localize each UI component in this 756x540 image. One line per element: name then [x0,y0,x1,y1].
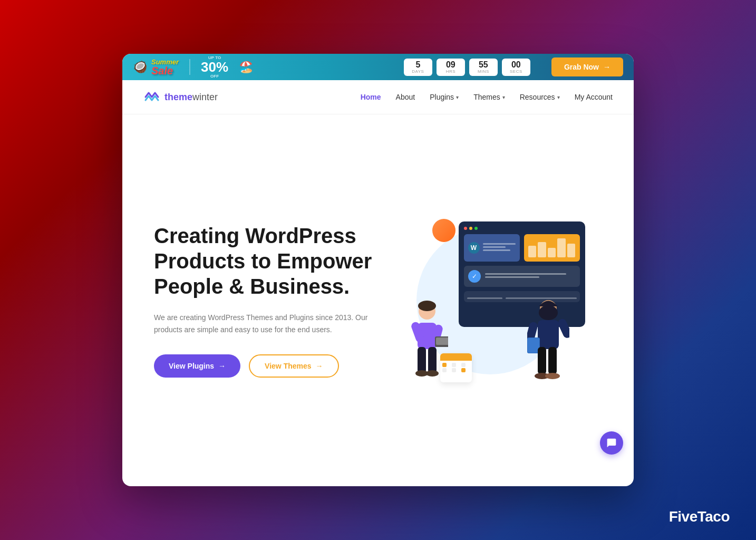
view-plugins-button[interactable]: View Plugins → [154,354,240,378]
chart-bars [528,238,576,257]
nav-links: Home About Plugins ▾ Themes ▾ Resources … [361,93,613,101]
banner-divider [189,59,190,75]
svg-rect-18 [538,347,546,374]
view-themes-button[interactable]: View Themes → [249,354,338,378]
cal-dot-5 [452,368,456,372]
chart-bar-5 [567,244,576,257]
logo-text: themewinter [164,92,218,103]
secs-label: SECS [507,69,525,74]
chat-support-button[interactable] [600,431,623,455]
wp-card: W [464,234,520,262]
main-content: Creating WordPress Products to Empower P… [122,114,634,486]
wp-logo-icon: W [468,242,480,254]
discount-badge: UP TO 30% OFF [201,55,228,79]
themes-chevron-icon: ▾ [502,94,505,100]
screen-row-top: W [464,234,580,262]
person-left-illustration [406,301,448,385]
check-card: ✓ [464,266,580,287]
nav-about[interactable]: About [396,93,415,101]
cal-dot-3 [461,363,466,367]
orange-ball-decoration [432,219,455,242]
nav-resources[interactable]: Resources ▾ [520,93,560,101]
resources-chevron-icon: ▾ [557,94,560,100]
svg-rect-13 [538,320,559,349]
mins-label: MINS [474,69,492,74]
sale-banner: 🥥 Summer Sale UP TO 30% OFF 🏖️ 5 DAYS 09… [122,54,634,80]
secs-number: 00 [507,61,525,69]
svg-rect-7 [418,347,426,373]
svg-point-21 [545,373,560,379]
logo-icon [143,90,160,104]
person-right-illustration [527,298,569,388]
check-lines [485,273,576,279]
dot-red [464,227,467,230]
screen-line-1 [467,297,502,299]
hrs-number: 09 [442,61,460,69]
chat-icon [606,438,617,448]
chart-bar-3 [548,248,556,257]
cal-dot-2 [452,363,456,367]
summer-text: Summer [151,59,179,65]
sale-badge: 🥥 Summer Sale [133,59,179,76]
hero-right: W [378,211,602,390]
hero-title: Creating WordPress Products to Empower P… [154,223,378,299]
days-number: 5 [409,61,427,69]
countdown-section: 5 DAYS 09 HRS 55 MINS 00 SECS [404,59,530,76]
chart-bar-1 [528,246,537,257]
countdown-mins: 55 MINS [469,59,498,76]
logo-area[interactable]: themewinter [143,90,218,104]
chart-card [524,234,580,262]
countdown-days: 5 DAYS [404,59,432,76]
chart-bar-4 [557,238,566,257]
hero-left: Creating WordPress Products to Empower P… [154,223,378,378]
hero-buttons: View Plugins → View Themes → [154,354,378,378]
svg-rect-17 [528,338,539,353]
off-label: OFF [210,74,219,79]
plugins-chevron-icon: ▾ [456,94,459,100]
svg-point-10 [426,370,439,377]
check-circle-icon: ✓ [468,270,481,283]
svg-rect-8 [428,347,437,373]
summer-sale-text: Summer Sale [151,59,179,76]
illustration-container: W [390,211,590,390]
mins-number: 55 [474,61,492,69]
countdown-secs: 00 SECS [502,59,530,76]
wp-lines [483,243,516,253]
hero-description: We are creating WordPress Themes and Plu… [154,312,378,335]
countdown-hrs: 09 HRS [437,59,465,76]
days-label: DAYS [409,69,427,74]
svg-point-1 [418,301,436,311]
svg-point-12 [539,305,558,320]
grab-now-button[interactable]: Grab Now → [551,57,623,76]
nav-themes[interactable]: Themes ▾ [473,93,505,101]
svg-rect-6 [436,338,448,345]
sale-text-label: Sale [151,65,179,76]
nav-plugins[interactable]: Plugins ▾ [430,93,459,101]
chart-bar-2 [538,242,546,257]
nav-home[interactable]: Home [361,93,381,101]
discount-percent: 30% [201,60,228,74]
svg-rect-19 [548,347,557,374]
cal-dot-6 [461,368,466,372]
fivetaco-branding: FiveTaco [669,508,730,525]
navbar: themewinter Home About Plugins ▾ Themes … [122,80,634,114]
dot-yellow [469,227,472,230]
nav-account[interactable]: My Account [575,93,613,101]
dot-green [474,227,478,230]
hrs-label: HRS [442,69,460,74]
browser-window: 🥥 Summer Sale UP TO 30% OFF 🏖️ 5 DAYS 09… [122,54,634,486]
screen-dots [464,227,580,230]
